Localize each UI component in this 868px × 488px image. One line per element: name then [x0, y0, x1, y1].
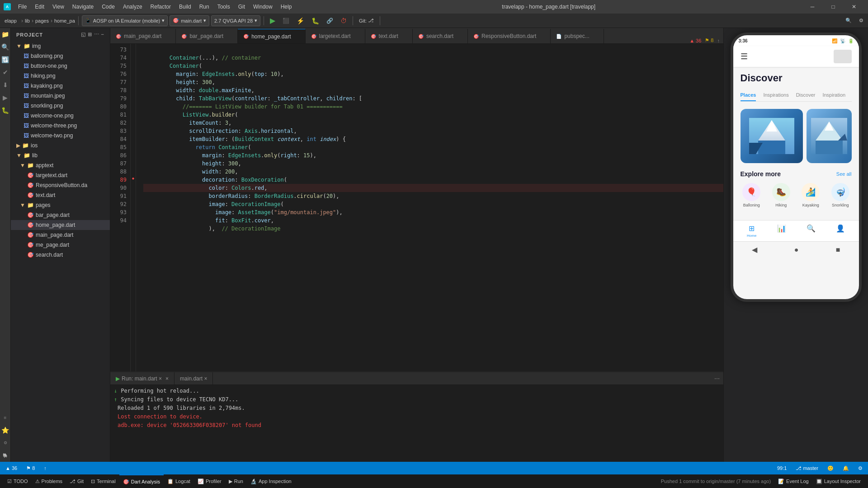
- menu-build[interactable]: Build: [175, 3, 195, 11]
- menu-refactor[interactable]: Refactor: [147, 3, 175, 11]
- menu-run[interactable]: Run: [196, 3, 213, 11]
- folder-apptext[interactable]: ▼ 📁 apptext: [11, 160, 110, 170]
- status-branch[interactable]: ⎇ master: [794, 462, 820, 474]
- minimize-button[interactable]: ─: [802, 0, 823, 14]
- sdk-selector[interactable]: 2.7 QVGA API 28 ▾: [211, 15, 260, 26]
- menu-help[interactable]: Help: [277, 3, 296, 11]
- activity-gradle[interactable]: 🐘: [1, 451, 10, 460]
- status-face-icon[interactable]: 🙂: [826, 462, 835, 474]
- profiler-tool[interactable]: 📈 Profiler: [194, 474, 225, 488]
- device-selector[interactable]: 📱 AOSP on IA Emulator (mobile) ▾: [82, 15, 168, 26]
- activity-balloning[interactable]: 🎈 Balloning: [742, 183, 760, 207]
- run-panel-tab[interactable]: ▶ Run: main.dart × ×: [110, 372, 175, 385]
- app-inspection-tool[interactable]: 🔬 App Inspection: [247, 474, 295, 488]
- menu-edit[interactable]: Edit: [31, 3, 48, 11]
- tab-text[interactable]: 🎯 text.dart ✕: [365, 29, 413, 43]
- activity-snorkling[interactable]: 🤿 Snorkling: [831, 183, 849, 207]
- activity-find[interactable]: 🔍: [1, 42, 10, 52]
- file-bar-page[interactable]: 🎯 bar_page.dart: [11, 210, 110, 220]
- tab-bar-page[interactable]: 🎯 bar_page.dart ✕: [176, 29, 238, 43]
- file-search[interactable]: 🎯 search.dart: [11, 250, 110, 260]
- status-errors[interactable]: ▲ 36: [4, 462, 19, 474]
- status-up-arrow[interactable]: ↑: [42, 462, 48, 474]
- file-text[interactable]: 🎯 text.dart: [11, 190, 110, 200]
- status-warnings[interactable]: ⚑ 8: [24, 462, 37, 474]
- activity-kayaking[interactable]: 🏄 Kayaking: [802, 183, 820, 207]
- console-menu[interactable]: ⋯: [714, 375, 720, 382]
- attach-button[interactable]: 🔗: [324, 15, 336, 26]
- dart-analysis-tool[interactable]: 🎯 Dart Analysis: [119, 474, 164, 488]
- menu-code[interactable]: Code: [98, 3, 118, 11]
- file-snorkling[interactable]: 🖼 snorkling.png: [11, 101, 110, 111]
- menu-analyze[interactable]: Analyze: [119, 3, 146, 11]
- file-mountain[interactable]: 🖼 mountain.jpeg: [11, 91, 110, 101]
- search-everywhere-button[interactable]: 🔍: [843, 15, 854, 26]
- git-tool[interactable]: ⎇ Git: [66, 474, 87, 488]
- activity-project[interactable]: 📁: [1, 30, 10, 39]
- tab-home-page[interactable]: 🎯 home_page.dart ✕: [238, 29, 305, 43]
- file-welcome-one[interactable]: 🖼 welcome-one.png: [11, 111, 110, 121]
- android-back-button[interactable]: ◀: [752, 245, 757, 254]
- debug-button[interactable]: 🐛: [309, 15, 322, 26]
- folder-ios[interactable]: ▶ 📁 ios: [11, 141, 110, 150]
- activity-build-variants[interactable]: ⚙: [1, 438, 10, 447]
- logcat-tool[interactable]: 📋 Logcat: [164, 474, 194, 488]
- folder-lib[interactable]: ▼ 📁 lib: [11, 150, 110, 160]
- git-info[interactable]: Git: ⎇: [356, 15, 377, 26]
- file-button-one[interactable]: 🖼 button-one.png: [11, 61, 110, 71]
- sidebar-settings-icon[interactable]: ⊞: [88, 32, 92, 38]
- stop-button[interactable]: ⬛: [280, 15, 292, 26]
- activity-structure[interactable]: ≡: [1, 413, 10, 422]
- nav-profile[interactable]: 👤: [836, 224, 845, 238]
- file-main-page[interactable]: 🎯 main_page.dart: [11, 230, 110, 240]
- menu-file[interactable]: File: [14, 3, 30, 11]
- folder-pages[interactable]: ▼ 📁 pages: [11, 200, 110, 210]
- terminal-tool[interactable]: ⊡ Terminal: [87, 474, 119, 488]
- phone-tab-places[interactable]: Places: [741, 89, 756, 101]
- file-welcome-two[interactable]: 🖼 welcome-two.png: [11, 131, 110, 141]
- sidebar-minimize-icon[interactable]: −: [101, 32, 104, 38]
- nav-search[interactable]: 🔍: [807, 224, 816, 238]
- menu-window[interactable]: Window: [250, 3, 276, 11]
- file-responsivebutton[interactable]: 🎯 ResponsiveButton.da: [11, 180, 110, 190]
- status-settings[interactable]: ⚙: [856, 462, 864, 474]
- up-arrow[interactable]: ↑: [717, 38, 720, 43]
- profile-button[interactable]: ⏱: [338, 15, 349, 26]
- phone-tab-inspirations[interactable]: Inspirations: [763, 89, 788, 101]
- file-home-page[interactable]: 🎯 home_page.dart: [11, 220, 110, 230]
- phone-menu-icon[interactable]: ☰: [741, 52, 748, 61]
- activity-run[interactable]: ▶: [1, 93, 10, 102]
- nav-chart[interactable]: 📊: [777, 224, 786, 238]
- project-selector[interactable]: elapp: [2, 15, 19, 26]
- menu-navigate[interactable]: Navigate: [69, 3, 97, 11]
- code-content[interactable]: Container(...), // container Container( …: [136, 44, 723, 371]
- phone-tab-discover[interactable]: Discover: [796, 89, 816, 101]
- tab-largetext[interactable]: 🎯 largetext.dart ✕: [306, 29, 365, 43]
- event-log-tool[interactable]: 📝 Event Log: [774, 474, 812, 488]
- file-me-page[interactable]: 🎯 me_page.dart: [11, 240, 110, 250]
- file-balloning[interactable]: 🖼 balloning.png: [11, 51, 110, 61]
- sidebar-menu-icon[interactable]: ⋯: [94, 32, 99, 38]
- close-button[interactable]: ✕: [844, 0, 864, 14]
- menu-view[interactable]: View: [49, 3, 68, 11]
- menu-tools[interactable]: Tools: [214, 3, 234, 11]
- tab-main-page[interactable]: 🎯 main_page.dart ✕: [110, 29, 176, 43]
- tab-pubspec[interactable]: 📄 pubspec... ✕: [551, 29, 604, 43]
- android-home-button[interactable]: ●: [794, 246, 799, 254]
- problems-tool[interactable]: ⚠ Problems: [32, 474, 66, 488]
- android-recents-button[interactable]: ■: [836, 246, 840, 254]
- activity-hiking[interactable]: 🥾 Hiking: [772, 183, 790, 207]
- maximize-button[interactable]: □: [823, 0, 844, 14]
- run-button[interactable]: ▶: [267, 15, 278, 26]
- activity-debug[interactable]: 🐛: [1, 106, 10, 115]
- activity-commit[interactable]: ✔: [1, 68, 10, 77]
- nav-home[interactable]: ⊞ Home: [747, 224, 756, 238]
- settings-button[interactable]: ⚙: [856, 15, 866, 26]
- file-hiking[interactable]: 🖼 hiking.png: [11, 71, 110, 81]
- todo-tool[interactable]: ☑ TODO: [4, 474, 32, 488]
- file-selector[interactable]: 🎯 main.dart ▾: [170, 15, 209, 26]
- phone-tab-inspiration2[interactable]: Inspiration: [822, 89, 845, 101]
- file-largetext[interactable]: 🎯 largetext.dart: [11, 170, 110, 180]
- hot-reload-button[interactable]: ⚡: [294, 15, 307, 26]
- run-tool[interactable]: ▶ Run: [225, 474, 247, 488]
